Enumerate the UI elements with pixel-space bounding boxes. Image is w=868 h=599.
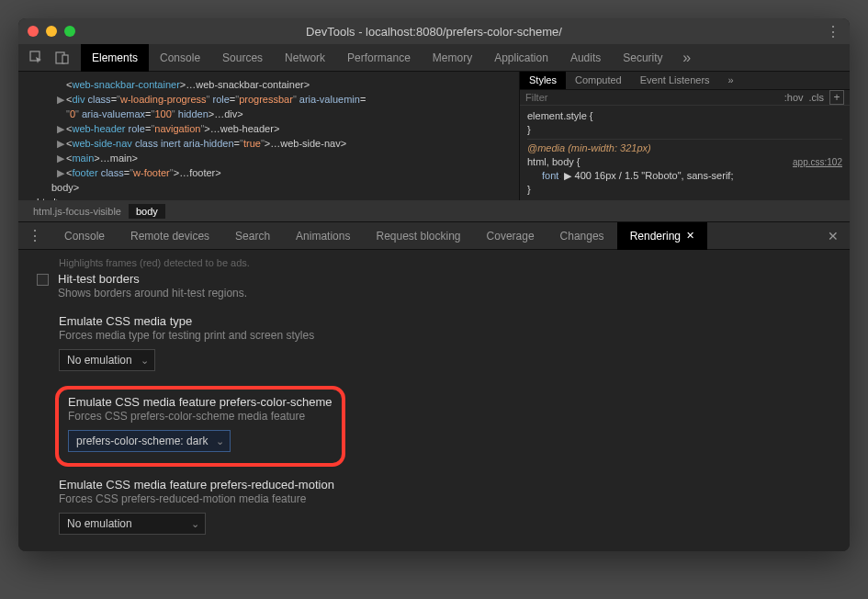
select-media-type[interactable]: No emulation bbox=[59, 349, 155, 371]
device-toolbar-icon[interactable] bbox=[53, 49, 72, 67]
drawer-tab-coverage[interactable]: Coverage bbox=[474, 222, 547, 250]
drawer-tab-animations[interactable]: Animations bbox=[283, 222, 363, 250]
styles-rules[interactable]: element.style { } @media (min-width: 321… bbox=[520, 106, 850, 200]
main-tabs: ElementsConsoleSourcesNetworkPerformance… bbox=[81, 44, 674, 72]
dom-node[interactable]: "0" aria-valuemax="100" hidden>…div> bbox=[28, 107, 510, 121]
tab-elements[interactable]: Elements bbox=[81, 44, 149, 72]
tab-performance[interactable]: Performance bbox=[336, 44, 422, 72]
setting-hit-test: Hit-test borders Shows borders around hi… bbox=[37, 272, 831, 300]
faded-description: Highlights frames (red) detected to be a… bbox=[59, 257, 831, 268]
tab-security[interactable]: Security bbox=[612, 44, 673, 72]
setting-desc: Forces CSS prefers-color-scheme media fe… bbox=[68, 410, 333, 423]
setting-desc: Shows borders around hit-test regions. bbox=[58, 287, 247, 300]
drawer-tab-remote-devices[interactable]: Remote devices bbox=[118, 222, 222, 250]
styles-panel: StylesComputedEvent Listeners» :hov .cls… bbox=[519, 72, 850, 200]
drawer-close-button[interactable]: ✕ bbox=[817, 229, 850, 243]
drawer-tabs: ⋮ ConsoleRemote devicesSearchAnimationsR… bbox=[18, 222, 850, 250]
dom-node[interactable]: ▶<web-header role="navigation">…web-head… bbox=[28, 121, 510, 136]
setting-title: Emulate CSS media type bbox=[59, 314, 831, 328]
styles-filter-input[interactable] bbox=[525, 92, 779, 103]
setting-reduced-motion: Emulate CSS media feature prefers-reduce… bbox=[37, 478, 831, 535]
select-reduced-motion[interactable]: No emulation bbox=[59, 513, 206, 535]
main-toolbar: ElementsConsoleSourcesNetworkPerformance… bbox=[18, 44, 850, 72]
maximize-window-button[interactable] bbox=[64, 26, 75, 37]
tab-audits[interactable]: Audits bbox=[559, 44, 612, 72]
toggle-cls[interactable]: .cls bbox=[809, 92, 825, 103]
drawer-tab-rendering[interactable]: Rendering✕ bbox=[617, 222, 707, 250]
drawer-tab-console[interactable]: Console bbox=[51, 222, 118, 250]
minimize-window-button[interactable] bbox=[46, 26, 57, 37]
rule-close: } bbox=[527, 124, 531, 135]
setting-desc: Forces media type for testing print and … bbox=[59, 329, 831, 342]
rendering-panel: Highlights frames (red) detected to be a… bbox=[18, 250, 850, 551]
styles-tab-event-listeners[interactable]: Event Listeners bbox=[631, 72, 719, 89]
tabs-overflow-icon[interactable]: » bbox=[678, 49, 696, 67]
toggle-hov[interactable]: :hov bbox=[784, 92, 804, 103]
tab-console[interactable]: Console bbox=[149, 44, 211, 72]
dom-node[interactable]: ▶<main>…main> bbox=[28, 151, 510, 165]
styles-tab-styles[interactable]: Styles bbox=[520, 72, 566, 89]
css-prop: font bbox=[542, 170, 558, 181]
dom-node[interactable]: body> bbox=[28, 180, 510, 195]
tab-sources[interactable]: Sources bbox=[211, 44, 274, 72]
setting-desc: Forces CSS prefers-reduced-motion media … bbox=[59, 492, 831, 505]
drawer-tab-request-blocking[interactable]: Request blocking bbox=[363, 222, 473, 250]
css-value: ▶ 400 16px / 1.5 "Roboto", sans-serif; bbox=[564, 170, 733, 181]
elements-breadcrumb: html.js-focus-visiblebody bbox=[18, 200, 850, 222]
breadcrumb-item[interactable]: body bbox=[129, 204, 165, 219]
source-link[interactable]: app.css:102 bbox=[793, 155, 842, 169]
window-title: DevTools - localhost:8080/prefers-color-… bbox=[306, 25, 562, 39]
elements-tree[interactable]: <web-snackbar-container>…web-snackbar-co… bbox=[18, 72, 519, 200]
rule-selector: html, body { bbox=[527, 156, 580, 167]
setting-title: Hit-test borders bbox=[58, 272, 247, 286]
setting-media-type: Emulate CSS media type Forces media type… bbox=[37, 314, 831, 371]
dom-node[interactable]: ▶<div class="w-loading-progress" role="p… bbox=[28, 92, 510, 107]
dom-node[interactable]: ▶<footer class="w-footer">…footer> bbox=[28, 165, 510, 180]
svg-rect-2 bbox=[62, 55, 68, 63]
highlighted-setting: Emulate CSS media feature prefers-color-… bbox=[55, 386, 345, 467]
rule-close: } bbox=[527, 184, 531, 195]
add-rule-button[interactable]: + bbox=[829, 90, 844, 105]
devtools-window: DevTools - localhost:8080/prefers-color-… bbox=[18, 18, 850, 551]
setting-title: Emulate CSS media feature prefers-reduce… bbox=[59, 478, 831, 492]
drawer-tab-search[interactable]: Search bbox=[222, 222, 283, 250]
breadcrumb-item[interactable]: html.js-focus-visible bbox=[26, 204, 129, 219]
styles-tab-computed[interactable]: Computed bbox=[566, 72, 631, 89]
media-query: @media (min-width: 321px) bbox=[527, 142, 651, 153]
more-menu-icon[interactable]: ⋮ bbox=[826, 23, 840, 40]
styles-tabs: StylesComputedEvent Listeners» bbox=[520, 72, 850, 90]
dom-node[interactable]: ▶<web-side-nav class inert aria-hidden="… bbox=[28, 136, 510, 151]
checkbox-hit-test[interactable] bbox=[37, 274, 49, 286]
tab-network[interactable]: Network bbox=[274, 44, 336, 72]
styles-filter-row: :hov .cls + bbox=[520, 90, 850, 106]
styles-tabs-overflow-icon[interactable]: » bbox=[719, 72, 743, 89]
inspect-element-icon[interactable] bbox=[28, 49, 46, 67]
tab-memory[interactable]: Memory bbox=[422, 44, 483, 72]
drawer-menu-icon[interactable]: ⋮ bbox=[18, 227, 51, 244]
select-color-scheme[interactable]: prefers-color-scheme: dark bbox=[68, 430, 231, 452]
window-controls bbox=[28, 26, 75, 37]
tab-application[interactable]: Application bbox=[483, 44, 559, 72]
main-panel: <web-snackbar-container>…web-snackbar-co… bbox=[18, 72, 850, 200]
setting-title: Emulate CSS media feature prefers-color-… bbox=[68, 395, 333, 409]
close-tab-icon[interactable]: ✕ bbox=[686, 230, 694, 242]
drawer-tab-changes[interactable]: Changes bbox=[547, 222, 617, 250]
dom-node[interactable]: <web-snackbar-container>…web-snackbar-co… bbox=[28, 77, 510, 92]
rule-selector: element.style { bbox=[527, 110, 593, 121]
titlebar: DevTools - localhost:8080/prefers-color-… bbox=[18, 18, 850, 44]
close-window-button[interactable] bbox=[28, 26, 39, 37]
